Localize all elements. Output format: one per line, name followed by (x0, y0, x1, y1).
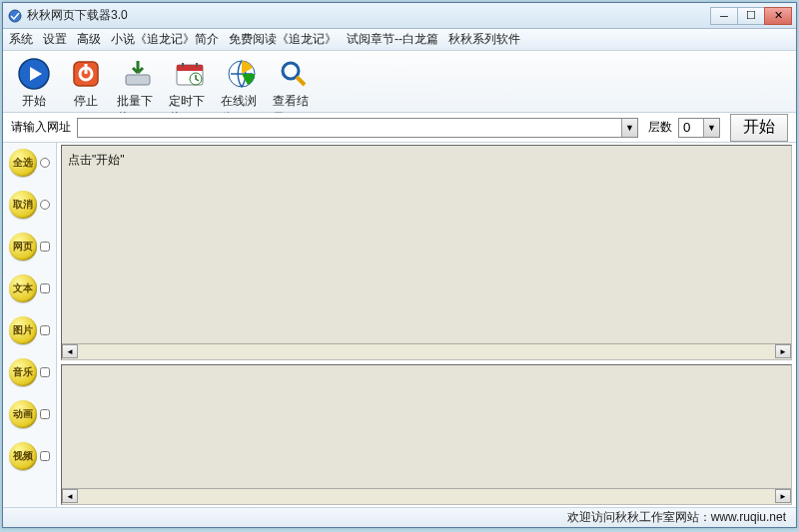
toolbar-batch-button[interactable]: 批量下载 (115, 55, 161, 108)
toolbar: 开始 停止 批量下载 定时下载 在线浏览 (3, 51, 796, 113)
svg-rect-6 (126, 75, 150, 85)
top-pane-scrollbar[interactable]: ◄ ► (62, 343, 791, 359)
text-checkbox[interactable] (40, 283, 50, 293)
web-checkbox[interactable] (40, 242, 50, 252)
image-icon: 图片 (9, 316, 37, 344)
stop-icon (69, 57, 103, 91)
scroll-left-icon[interactable]: ◄ (62, 489, 78, 503)
bottom-pane-content (62, 365, 791, 377)
search-result-icon (277, 57, 311, 91)
sidebar: 全选 取消 网页 文本 图片 音乐 (3, 143, 57, 507)
layer-label: 层数 (648, 119, 672, 136)
url-dropdown-button[interactable]: ▼ (621, 119, 637, 137)
url-input[interactable] (77, 118, 638, 138)
app-icon (7, 8, 23, 24)
scroll-right-icon[interactable]: ► (775, 489, 791, 503)
image-checkbox[interactable] (40, 325, 50, 335)
svg-point-0 (9, 10, 21, 22)
play-icon (17, 57, 51, 91)
toolbar-browse-button[interactable]: 在线浏览 (219, 55, 265, 108)
maximize-button[interactable]: ☐ (737, 7, 765, 25)
body-area: 全选 取消 网页 文本 图片 音乐 (3, 143, 796, 507)
bottom-pane[interactable]: ◄ ► (61, 364, 792, 505)
select-all-radio[interactable] (40, 158, 50, 168)
toolbar-stop-label: 停止 (74, 93, 98, 110)
animation-icon: 动画 (9, 400, 37, 428)
animation-checkbox[interactable] (40, 409, 50, 419)
top-pane-hint: 点击"开始" (62, 146, 791, 175)
app-window: 秋秋网页下载器3.0 ─ ☐ ✕ 系统 设置 高级 小说《追龙记》简介 免费阅读… (2, 2, 797, 528)
status-bar: 欢迎访问秋秋工作室网站：www.ruqiu.net (3, 507, 796, 527)
text-icon: 文本 (9, 274, 37, 302)
menu-advanced[interactable]: 高级 (77, 31, 101, 48)
scroll-right-icon[interactable]: ► (775, 344, 791, 358)
sidebar-item-text[interactable]: 文本 (9, 274, 50, 302)
url-label: 请输入网址 (11, 119, 71, 136)
sidebar-item-audio[interactable]: 音乐 (9, 358, 50, 386)
close-button[interactable]: ✕ (764, 7, 792, 25)
toolbar-stop-button[interactable]: 停止 (63, 55, 109, 108)
toolbar-start-label: 开始 (22, 93, 46, 110)
sidebar-item-select-all[interactable]: 全选 (9, 149, 50, 177)
menu-novel-intro[interactable]: 小说《追龙记》简介 (111, 31, 219, 48)
menu-bar: 系统 设置 高级 小说《追龙记》简介 免费阅读《追龙记》 试阅章节--白龙篇 秋… (3, 29, 796, 51)
cancel-radio[interactable] (40, 200, 50, 210)
sidebar-item-image[interactable]: 图片 (9, 316, 50, 344)
scroll-left-icon[interactable]: ◄ (62, 344, 78, 358)
menu-system[interactable]: 系统 (9, 31, 33, 48)
video-icon: 视频 (9, 442, 37, 470)
svg-rect-8 (177, 65, 203, 71)
menu-settings[interactable]: 设置 (43, 31, 67, 48)
layer-dropdown-button[interactable]: ▼ (703, 119, 719, 137)
bottom-pane-scrollbar[interactable]: ◄ ► (62, 488, 791, 504)
menu-novel-chapter[interactable]: 试阅章节--白龙篇 (347, 31, 438, 48)
url-row: 请输入网址 ▼ 层数 ▼ 开始 (3, 113, 796, 143)
batch-download-icon (121, 57, 155, 91)
menu-novel-read[interactable]: 免费阅读《追龙记》 (229, 31, 337, 48)
audio-checkbox[interactable] (40, 367, 50, 377)
cancel-icon: 取消 (9, 191, 37, 219)
select-all-icon: 全选 (9, 149, 37, 177)
start-button[interactable]: 开始 (730, 114, 788, 142)
toolbar-start-button[interactable]: 开始 (11, 55, 57, 108)
web-icon: 网页 (9, 233, 37, 261)
title-bar: 秋秋网页下载器3.0 ─ ☐ ✕ (3, 3, 796, 29)
sidebar-item-cancel[interactable]: 取消 (9, 191, 50, 219)
audio-icon: 音乐 (9, 358, 37, 386)
window-controls: ─ ☐ ✕ (710, 7, 792, 25)
minimize-button[interactable]: ─ (710, 7, 738, 25)
toolbar-result-button[interactable]: 查看结果 (271, 55, 317, 108)
top-pane[interactable]: 点击"开始" ◄ ► (61, 145, 792, 360)
sidebar-item-video[interactable]: 视频 (9, 442, 50, 470)
timed-download-icon (173, 57, 207, 91)
main-area: 点击"开始" ◄ ► ◄ ► (57, 143, 796, 507)
svg-line-12 (297, 77, 305, 85)
svg-point-11 (283, 63, 299, 79)
sidebar-item-web[interactable]: 网页 (9, 233, 50, 261)
browser-icon (225, 57, 259, 91)
sidebar-item-animation[interactable]: 动画 (9, 400, 50, 428)
menu-ruqiu-software[interactable]: 秋秋系列软件 (448, 31, 520, 48)
status-text: 欢迎访问秋秋工作室网站：www.ruqiu.net (567, 509, 786, 526)
window-title: 秋秋网页下载器3.0 (27, 7, 128, 24)
toolbar-timed-button[interactable]: 定时下载 (167, 55, 213, 108)
video-checkbox[interactable] (40, 451, 50, 461)
